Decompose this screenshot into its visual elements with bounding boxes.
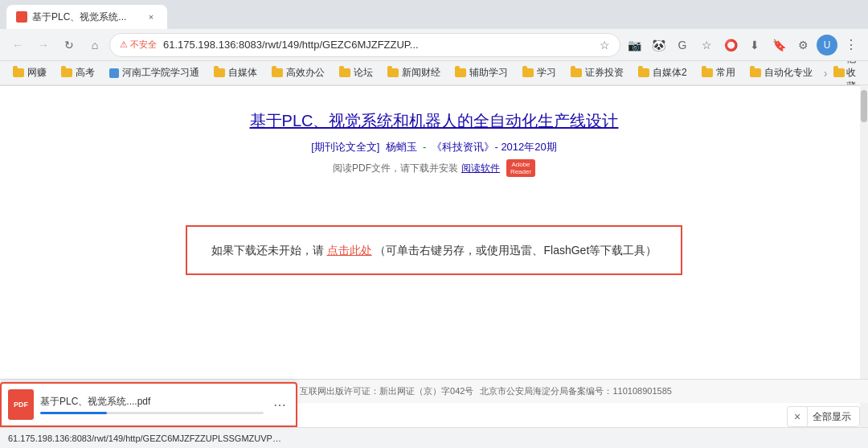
bookmarks-bar: 网赚 高考 河南工学院学习通 自媒体 高效办公 论坛 新闻财经 辅助学习	[0, 61, 868, 85]
bookmark-label: 自动化专业	[764, 66, 813, 80]
article-container: 基于PLC、视觉系统和机器人的全自动化生产线设计 [期刊论文全文] 杨蛸玉 - …	[96, 110, 772, 291]
article-title-link[interactable]: 基于PLC、视觉系统和机器人的全自动化生产线设计	[250, 110, 619, 132]
folder-icon	[61, 68, 72, 77]
folder-icon	[387, 68, 399, 77]
meta-prefix: [期刊论文全文]	[311, 141, 379, 153]
profile-icon[interactable]: U	[817, 35, 837, 55]
bookmark-xinwencaijing[interactable]: 新闻财经	[381, 64, 447, 81]
download-suffix-text: （可单击右键另存，或使用迅雷、FlashGet等下载工具）	[375, 244, 657, 257]
folder-icon	[214, 68, 225, 77]
download-box-wrapper: 如果下载还未开始，请 点击此处 （可单击右键另存，或使用迅雷、FlashGet等…	[186, 217, 683, 283]
bookmarks-more-chevron[interactable]: ›	[824, 67, 828, 80]
download-notification: PDF 基于PLC、视觉系统....pdf ⋯	[0, 382, 297, 427]
article-meta: [期刊论文全文] 杨蛸玉 - 《科技资讯》- 2012年20期	[311, 140, 557, 154]
extension-icon-1[interactable]: 🐼	[648, 35, 669, 55]
extension-icon-2[interactable]: ⭕	[720, 35, 741, 55]
security-label: 不安全	[130, 39, 157, 51]
active-tab[interactable]: 基于PLC、视觉系统... ×	[6, 5, 167, 29]
bookmark-gaokao[interactable]: 高考	[55, 64, 101, 81]
pdf-notice: 阅读PDF文件，请下载并安装 阅读软件 Adobe Reader	[333, 159, 535, 177]
forward-button[interactable]: →	[32, 34, 55, 56]
bookmark-label: 网赚	[27, 66, 47, 80]
tab-title: 基于PLC、视觉系统...	[32, 10, 140, 24]
bookmark-wangzhuan[interactable]: 网赚	[6, 64, 53, 81]
download-file-name: 基于PLC、视觉系统....pdf	[40, 395, 264, 409]
refresh-button[interactable]: ↻	[58, 34, 80, 56]
lock-icon: ⚠	[120, 39, 128, 50]
home-button[interactable]: ⌂	[84, 34, 106, 56]
security-badge: ⚠ 不安全	[120, 39, 157, 51]
star-icon[interactable]: ☆	[600, 39, 610, 51]
menu-button[interactable]: ⋮	[841, 35, 862, 55]
folder-icon	[702, 68, 713, 77]
bookmark-label: 辅助学习	[469, 66, 508, 80]
bookmark-label: 证券投资	[585, 66, 624, 80]
bookmark-label: 论坛	[354, 66, 373, 80]
folder-icon	[638, 68, 649, 77]
footer-icp: 互联网出版许可证：新出网证（京）字042号	[300, 385, 473, 397]
other-bookmarks-label: 其他收藏夹	[846, 61, 857, 85]
bookmark-luntan[interactable]: 论坛	[333, 64, 379, 81]
bookmark-xuexi[interactable]: 学习	[516, 64, 563, 81]
extension-icon-3[interactable]: ⚙	[792, 35, 813, 55]
bookmark-zhengquaninvest[interactable]: 证券投资	[564, 64, 630, 81]
pdf-reader-icon: Adobe Reader	[506, 159, 535, 177]
download-file-icon: PDF	[8, 389, 34, 420]
download-progress-bar	[40, 412, 264, 414]
file-type-label: PDF	[14, 401, 28, 409]
bookmark-label: 新闻财经	[402, 66, 440, 80]
bookmark-fuzhuxuexi[interactable]: 辅助学习	[448, 64, 514, 81]
bookmark-icon[interactable]: ☆	[696, 35, 717, 55]
download-notice-text: 如果下载还未开始，请	[211, 244, 324, 257]
folder-icon	[455, 68, 466, 77]
pdf-reader-link[interactable]: 阅读软件	[461, 162, 500, 175]
tab-close-button[interactable]: ×	[145, 10, 158, 23]
download-box: 如果下载还未开始，请 点击此处 （可单击右键另存，或使用迅雷、FlashGet等…	[186, 225, 683, 275]
screenshot-icon[interactable]: 📷	[624, 35, 645, 55]
folder-icon	[571, 68, 582, 77]
bookmark-manager-icon[interactable]: 🔖	[768, 35, 789, 55]
download-menu-button[interactable]: ⋯	[270, 395, 289, 414]
scrollbar-track	[860, 85, 868, 427]
close-download-bar-button[interactable]: ×	[787, 406, 808, 427]
bookmark-xuexitong[interactable]: 河南工学院学习通	[103, 64, 206, 81]
back-button[interactable]: ←	[6, 34, 29, 56]
scrollbar-thumb[interactable]	[861, 90, 867, 122]
bookmark-zidonghua[interactable]: 自动化专业	[743, 64, 819, 81]
download-progress-fill	[40, 412, 107, 414]
meta-author-link[interactable]: 杨蛸玉	[386, 141, 417, 153]
navigation-bar: ← → ↻ ⌂ ⚠ 不安全 61.175.198.136:8083/rwt/14…	[0, 29, 868, 61]
folder-icon	[522, 68, 534, 77]
tab-bar: 基于PLC、视觉系统... ×	[0, 0, 868, 29]
close-icon: ×	[794, 410, 800, 423]
bookmark-label: 自媒体2	[653, 66, 687, 80]
other-bookmarks[interactable]: 其他收藏夹	[829, 61, 862, 85]
status-bar: 61.175.198.136:8083/rwt/149/http/GEZC6MJ…	[0, 427, 868, 448]
show-all-downloads-button[interactable]: 全部显示	[804, 406, 860, 427]
page-content: 基于PLC、视觉系统和机器人的全自动化生产线设计 [期刊论文全文] 杨蛸玉 - …	[0, 86, 868, 364]
download-file-info: 基于PLC、视觉系统....pdf	[40, 395, 264, 414]
pdf-icon-text: Adobe Reader	[506, 161, 535, 175]
download-icon[interactable]: ⬇	[744, 35, 765, 55]
bookmark-label: 河南工学院学习通	[122, 66, 199, 80]
bookmark-changyong[interactable]: 常用	[695, 64, 742, 81]
bookmark-gaoxiaobanggong[interactable]: 高效办公	[265, 64, 331, 81]
folder-icon	[339, 68, 350, 77]
bookmark-label: 学习	[537, 66, 556, 80]
bookmark-label: 高效办公	[286, 66, 325, 80]
folder-icon	[833, 68, 845, 77]
status-url: 61.175.198.136:8083/rwt/149/http/GEZC6MJ…	[0, 434, 289, 443]
translate-icon[interactable]: G	[672, 35, 693, 55]
address-bar[interactable]: ⚠ 不安全 61.175.198.136:8083/rwt/149/http/G…	[109, 33, 620, 57]
footer-police: 北京市公安局海淀分局备案编号：110108901585	[480, 385, 671, 397]
bookmark-zimeiti2[interactable]: 自媒体2	[632, 64, 694, 81]
folder-icon	[750, 68, 761, 77]
download-click-link[interactable]: 点击此处	[327, 244, 372, 257]
meta-journal-link[interactable]: 《科技资讯》- 2012年20期	[432, 141, 556, 153]
show-all-label: 全部显示	[813, 410, 851, 424]
folder-icon	[272, 68, 283, 77]
page-icon	[109, 68, 119, 78]
bookmark-zimeiti[interactable]: 自媒体	[207, 64, 264, 81]
bookmark-label: 常用	[716, 66, 735, 80]
download-box-inner: 如果下载还未开始，请 点击此处 （可单击右键另存，或使用迅雷、FlashGet等…	[211, 241, 657, 259]
